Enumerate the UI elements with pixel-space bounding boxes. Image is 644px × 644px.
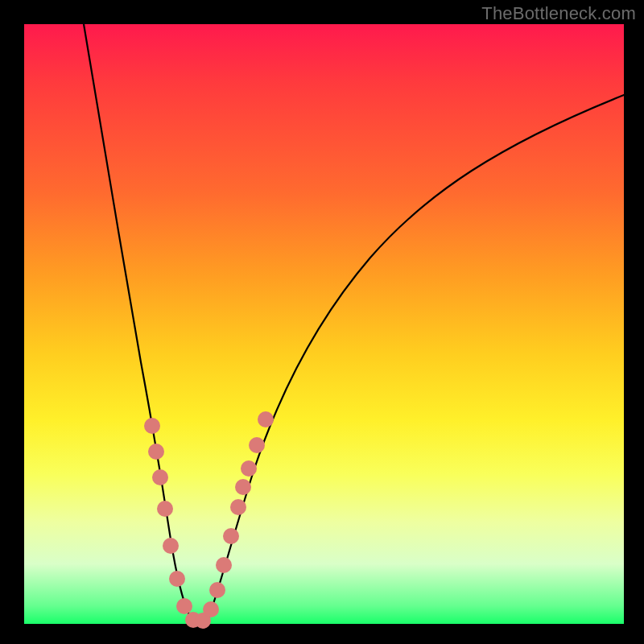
marker-dot: [241, 460, 257, 477]
marker-dot: [163, 538, 179, 554]
curve-right-branch: [208, 95, 624, 620]
curve-svg: [24, 24, 624, 624]
plot-area: [24, 24, 624, 624]
chart-frame: TheBottleneck.com: [0, 0, 644, 644]
marker-dot: [235, 479, 251, 495]
marker-dot: [144, 418, 160, 434]
marker-dot: [169, 571, 185, 587]
marker-dot: [223, 528, 239, 544]
watermark-text: TheBottleneck.com: [481, 3, 636, 24]
marker-dot: [249, 437, 265, 453]
marker-dot: [203, 601, 219, 617]
marker-dot: [176, 598, 192, 614]
curve-left-branch: [83, 19, 192, 620]
marker-dot: [209, 582, 225, 598]
marker-dot: [148, 444, 164, 460]
marker-dot: [216, 557, 232, 573]
marker-dot: [157, 501, 173, 517]
marker-dot: [152, 469, 168, 485]
marker-dot: [230, 499, 246, 515]
marker-dot: [258, 411, 274, 427]
